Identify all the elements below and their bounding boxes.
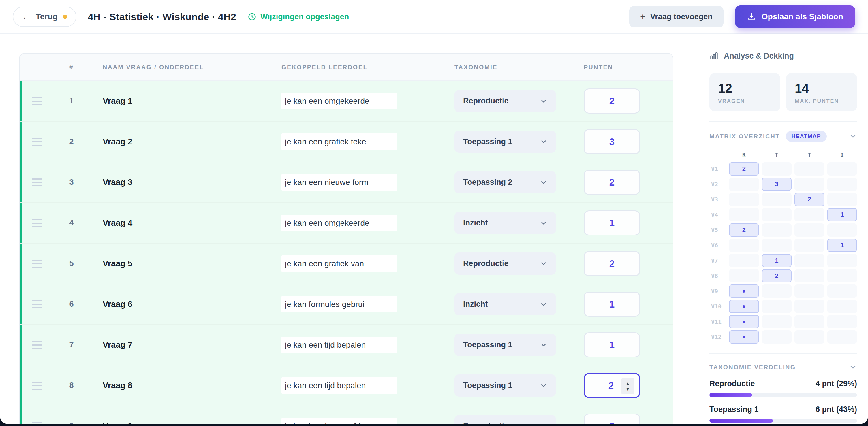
matrix-dot-icon [743,290,745,293]
distribution-bar-fill [709,419,773,423]
add-question-button[interactable]: + Vraag toevoegen [629,6,723,27]
taxonomy-select[interactable]: Reproductie [455,90,556,112]
drag-handle[interactable] [32,341,42,349]
matrix-dot-icon [743,305,745,308]
back-button[interactable]: ← Terug [13,7,76,27]
points-value: 2 [609,177,615,188]
matrix-cell [827,269,857,283]
sidebar-divider-1 [709,121,857,122]
linked-goal-input[interactable]: je kan een tijd bepalen [281,377,397,394]
linked-goal-input[interactable]: je kan formules gebrui [281,296,397,313]
number-spinner[interactable]: ▲ ▼ [621,378,634,394]
matrix-row-label: V9 [709,288,726,295]
linked-goal-input[interactable]: je kan een omgekeerde [281,93,397,109]
points-value: 2 [609,96,615,107]
matrix-cell [729,300,759,313]
points-value: 1 [609,339,615,351]
table-row: 1 Vraag 1 je kan een omgekeerde Reproduc… [20,81,673,122]
table-row: 7 Vraag 7 je kan een tijd bepalen Toepas… [20,325,673,365]
question-number: 2 [54,137,89,146]
distribution-title: TAXONOMIE VERDELING [709,364,796,371]
table-row: 2 Vraag 2 je kan een grafiek teke Toepas… [20,122,673,162]
matrix-row-label: V2 [709,181,726,188]
points-input[interactable]: 2 ▲ ▼ [584,170,640,195]
table-row: 5 Vraag 5 je kan een grafiek van Reprodu… [20,243,673,284]
points-input[interactable]: 3 ▲ ▼ [584,129,640,154]
matrix-dot-icon [743,321,745,323]
linked-goal-input[interactable]: je kan een grafiek teke [281,133,397,150]
matrix-cell [729,254,759,267]
question-list-section: # NAAM VRAAG / ONDERDEEL GEKOPPELD LEERD… [0,34,698,424]
distribution-item: Reproductie 4 pnt (29%) [709,379,857,397]
points-input[interactable]: 1 ▲ ▼ [584,332,640,357]
matrix-row: V11 [709,315,857,328]
spinner-down-icon[interactable]: ▼ [626,387,630,391]
drag-handle[interactable] [32,97,42,105]
points-input[interactable]: 2 ▲ ▼ [584,414,640,424]
points-input[interactable]: 1 ▲ ▼ [584,292,640,317]
stat-value-questions: 12 [718,81,772,96]
points-input[interactable]: 2 ▲ ▼ [584,89,640,113]
matrix-cell [795,285,825,298]
points-input[interactable]: 2 ▲ ▼ [584,251,640,276]
matrix-cell [827,177,857,191]
matrix-cell [729,177,759,191]
matrix-cell [729,208,759,221]
taxonomy-select[interactable]: Toepassing 1 [455,131,556,153]
taxonomy-select[interactable]: Inzicht [455,293,556,315]
heatmap-badge[interactable]: HEATMAP [786,131,827,142]
taxonomy-select[interactable]: Inzicht [455,212,556,234]
linked-goal-input[interactable]: je kan een tijd bepalen [281,337,397,353]
linked-goal-input[interactable]: je kan een omgekeerde [281,215,397,231]
taxonomy-select[interactable]: Toepassing 1 [455,374,556,397]
matrix-row-label: V3 [709,196,726,203]
linked-goal-input[interactable]: je kan een nieuwe form [281,174,397,191]
distribution-bar-track [709,419,857,423]
question-name: Vraag 3 [89,177,268,187]
matrix-cell [827,193,857,206]
drag-handle[interactable] [32,138,42,146]
table-header-taxonomy: TAXONOMIE [441,64,565,71]
taxonomy-select[interactable]: Reproductie [455,415,556,424]
drag-handle[interactable] [32,382,42,390]
matrix-cell [762,285,792,298]
matrix-title: MATRIX OVERZICHT [709,133,780,140]
points-input[interactable]: 1 ▲ ▼ [584,210,640,235]
table-row: 9 Vraag 9 je kan berekenen of f Reproduc… [20,406,673,424]
distribution-bar-track [709,393,857,397]
saved-status: Wijzigingen opgeslagen [248,12,349,21]
distribution-value: 6 pnt (43%) [815,405,857,414]
taxonomy-select[interactable]: Reproductie [455,253,556,275]
taxonomy-value: Toepassing 1 [463,137,513,146]
drag-handle[interactable] [32,219,42,227]
question-name: Vraag 6 [89,299,268,309]
chevron-down-icon [540,301,547,308]
matrix-collapse-chevron-icon[interactable] [849,132,857,140]
taxonomy-select[interactable]: Toepassing 1 [455,334,556,356]
drag-handle[interactable] [32,260,42,268]
taxonomy-value: Toepassing 2 [463,178,513,187]
distribution-label: Toepassing 1 [709,405,759,414]
question-name: Vraag 9 [89,421,268,424]
stat-card-max-points: 14 MAX. PUNTEN [786,73,857,111]
taxonomy-select[interactable]: Toepassing 2 [455,171,556,193]
matrix-row-label: V5 [709,227,726,233]
table-header-goal: GEKOPPELD LEERDOEL [268,64,441,71]
matrix-column-headers: RTTI [709,149,857,160]
matrix-cell [729,269,759,283]
save-template-button[interactable]: Opslaan als Sjabloon [735,5,855,28]
matrix-cell [729,193,759,206]
linked-goal-input[interactable]: je kan een grafiek van [281,255,397,272]
drag-handle[interactable] [32,178,42,187]
download-icon [747,12,756,21]
matrix-cell: 1 [762,254,792,267]
matrix-row: V7 1 [709,254,857,267]
drag-handle[interactable] [32,300,42,308]
table-header-points: PUNTEN [565,64,673,71]
spinner-up-icon[interactable]: ▲ [626,381,630,386]
drag-handle[interactable] [32,422,42,424]
points-input[interactable]: 2 ▲ ▼ [584,373,640,398]
linked-goal-input[interactable]: je kan berekenen of f [281,418,397,424]
points-value: 3 [609,136,615,147]
distribution-collapse-chevron-icon[interactable] [849,363,857,371]
